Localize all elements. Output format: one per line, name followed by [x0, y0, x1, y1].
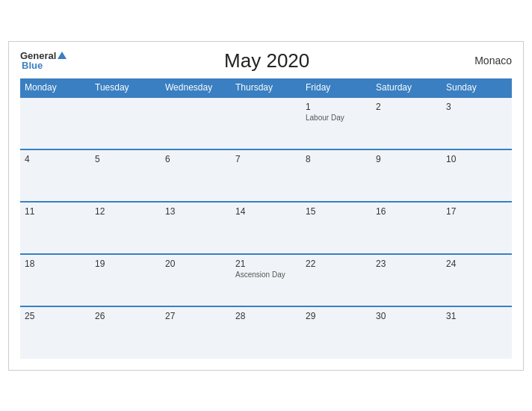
day-number: 18 [25, 259, 86, 269]
calendar: General Blue May 2020 Monaco MondayTuesd… [8, 41, 524, 371]
calendar-cell: 13 [161, 202, 231, 254]
calendar-cell: 5 [90, 149, 161, 202]
weekday-header-friday: Friday [301, 78, 371, 97]
calendar-cell [20, 97, 90, 149]
day-number: 1 [306, 102, 367, 112]
day-number: 25 [25, 311, 86, 321]
calendar-cell: 23 [371, 254, 442, 306]
day-number: 14 [235, 206, 297, 217]
calendar-cell: 14 [231, 202, 301, 254]
calendar-body: 1Labour Day23456789101112131415161718192… [20, 97, 512, 359]
calendar-cell: 20 [161, 254, 231, 306]
day-number: 23 [376, 259, 437, 269]
calendar-cell: 24 [442, 254, 512, 306]
day-number: 15 [306, 206, 367, 217]
calendar-cell [90, 97, 161, 149]
day-number: 11 [25, 206, 86, 217]
calendar-cell: 6 [161, 149, 231, 202]
calendar-cell: 16 [371, 202, 442, 254]
day-number: 19 [95, 259, 156, 269]
calendar-cell: 27 [161, 306, 231, 359]
day-number: 2 [376, 102, 437, 112]
calendar-cell: 3 [442, 97, 512, 149]
day-number: 20 [165, 259, 226, 269]
calendar-cell: 22 [301, 254, 371, 306]
day-number: 13 [165, 206, 226, 217]
calendar-region: Monaco [467, 55, 512, 67]
calendar-cell: 1Labour Day [301, 97, 371, 149]
calendar-cell: 21Ascension Day [231, 254, 301, 306]
day-number: 5 [95, 154, 156, 164]
calendar-week-row: 1Labour Day23 [20, 97, 512, 149]
calendar-cell: 12 [90, 202, 161, 254]
logo-triangle-icon [58, 52, 66, 59]
calendar-week-row: 25262728293031 [20, 306, 512, 359]
day-number: 9 [376, 154, 437, 164]
calendar-week-row: 45678910 [20, 149, 512, 202]
weekday-header-sunday: Sunday [442, 78, 512, 97]
calendar-title: May 2020 [66, 49, 467, 72]
day-number: 17 [446, 206, 507, 217]
weekday-header-tuesday: Tuesday [90, 78, 161, 97]
holiday-name: Ascension Day [235, 271, 297, 279]
weekday-header-saturday: Saturday [371, 78, 442, 97]
calendar-cell: 2 [371, 97, 442, 149]
weekday-header-wednesday: Wednesday [161, 78, 231, 97]
day-number: 31 [446, 311, 507, 321]
calendar-cell [231, 97, 301, 149]
calendar-cell: 30 [371, 306, 442, 359]
calendar-cell: 17 [442, 202, 512, 254]
day-number: 30 [376, 311, 437, 321]
calendar-cell: 26 [90, 306, 161, 359]
day-number: 22 [306, 259, 367, 269]
holiday-name: Labour Day [306, 114, 367, 122]
day-number: 12 [95, 206, 156, 217]
calendar-cell: 9 [371, 149, 442, 202]
day-number: 10 [446, 154, 507, 164]
calendar-cell: 19 [90, 254, 161, 306]
day-number: 28 [235, 311, 297, 321]
calendar-cell: 10 [442, 149, 512, 202]
day-number: 24 [446, 259, 507, 269]
calendar-cell: 8 [301, 149, 371, 202]
calendar-week-row: 18192021Ascension Day222324 [20, 254, 512, 306]
calendar-week-row: 11121314151617 [20, 202, 512, 254]
calendar-table: MondayTuesdayWednesdayThursdayFridaySatu… [20, 78, 512, 359]
weekday-header-thursday: Thursday [231, 78, 301, 97]
day-number: 29 [306, 311, 367, 321]
calendar-cell: 25 [20, 306, 90, 359]
calendar-cell: 4 [20, 149, 90, 202]
calendar-cell: 29 [301, 306, 371, 359]
weekday-header-row: MondayTuesdayWednesdayThursdayFridaySatu… [20, 78, 512, 97]
day-number: 8 [306, 154, 367, 164]
day-number: 16 [376, 206, 437, 217]
day-number: 21 [235, 259, 297, 269]
calendar-cell: 28 [231, 306, 301, 359]
day-number: 3 [446, 102, 507, 112]
calendar-cell: 31 [442, 306, 512, 359]
calendar-cell: 18 [20, 254, 90, 306]
day-number: 7 [235, 154, 297, 164]
logo-blue: Blue [22, 61, 66, 70]
logo: General Blue [20, 51, 66, 70]
calendar-cell [161, 97, 231, 149]
calendar-header: General Blue May 2020 Monaco [20, 49, 512, 72]
calendar-cell: 7 [231, 149, 301, 202]
day-number: 26 [95, 311, 156, 321]
day-number: 6 [165, 154, 226, 164]
weekday-header-monday: Monday [20, 78, 90, 97]
day-number: 27 [165, 311, 226, 321]
calendar-cell: 15 [301, 202, 371, 254]
day-number: 4 [25, 154, 86, 164]
calendar-cell: 11 [20, 202, 90, 254]
